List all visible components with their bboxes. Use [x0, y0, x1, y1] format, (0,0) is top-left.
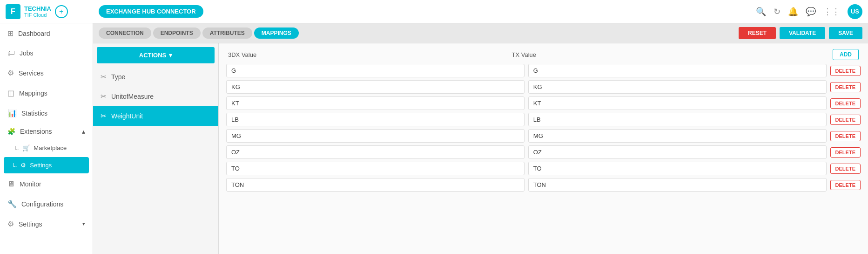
3dx-value-input[interactable]	[226, 129, 525, 143]
chat-icon[interactable]: 💬	[806, 7, 816, 17]
3dx-value-input[interactable]	[226, 145, 525, 159]
sidebar-sub-label: Marketplace	[34, 144, 67, 151]
tab-bar-left: CONNECTION ENDPOINTS ATTRIBUTES MAPPINGS	[99, 27, 299, 39]
logo-text: TECHNIA TIF Cloud	[24, 5, 51, 18]
mappings-icon: ◫	[7, 89, 14, 97]
delete-button[interactable]: DELETE	[830, 98, 861, 109]
logo-area: F TECHNIA TIF Cloud +	[6, 4, 99, 19]
nav-expand-button[interactable]: +	[55, 5, 68, 18]
mapping-rows: DELETEDELETEDELETEDELETEDELETEDELETEDELE…	[226, 64, 861, 192]
tx-value-input[interactable]	[528, 96, 827, 110]
statistics-icon: 📊	[7, 109, 17, 117]
mapping-item-type[interactable]: ✂ Type	[93, 67, 218, 87]
tx-value-input[interactable]	[528, 64, 827, 77]
sidebar-item-label: Services	[19, 69, 44, 77]
grid-icon[interactable]: ⋮⋮	[823, 7, 840, 17]
extensions-icon: 🧩	[7, 128, 15, 135]
tx-value-input[interactable]	[528, 145, 827, 159]
right-panel: 3DX Value TX Value ADD DELETEDELETEDELET…	[219, 43, 868, 254]
app-title: EXCHANGE HUB CONNECTOR	[99, 5, 203, 18]
sidebar-item-services[interactable]: ⚙ Services	[0, 63, 93, 83]
bell-icon[interactable]: 🔔	[788, 7, 798, 17]
3dx-value-input[interactable]	[226, 64, 525, 77]
sidebar-item-label: Monitor	[20, 180, 41, 188]
add-button[interactable]: ADD	[833, 49, 859, 60]
extensions-section[interactable]: 🧩 Extensions ▴	[0, 123, 93, 140]
delete-button[interactable]: DELETE	[830, 164, 861, 174]
refresh-icon[interactable]: ↻	[774, 7, 781, 17]
tx-value-input[interactable]	[528, 178, 827, 192]
extensions-chevron-icon: ▴	[82, 128, 85, 135]
marketplace-cart-icon: 🛒	[22, 144, 30, 151]
sidebar-sub-item-settings[interactable]: L. ⚙ Settings	[4, 157, 89, 173]
sidebar-item-label: Mappings	[19, 89, 47, 97]
3dx-value-input[interactable]	[226, 178, 525, 192]
tab-mappings[interactable]: MAPPINGS	[254, 27, 299, 39]
sidebar-sub-item-marketplace[interactable]: L. 🛒 Marketplace	[0, 140, 93, 156]
delete-button[interactable]: DELETE	[830, 66, 861, 76]
user-avatar[interactable]: US	[848, 4, 862, 19]
sidebar-item-configurations[interactable]: 🔧 Configurations	[0, 194, 93, 214]
3dx-value-input[interactable]	[226, 80, 525, 94]
sidebar-item-label: Statistics	[21, 110, 47, 117]
tab-connection[interactable]: CONNECTION	[99, 27, 151, 39]
reset-button[interactable]: RESET	[739, 27, 776, 39]
left-panel: ACTIONS ▾ ✂ Type ✂ UnitofMeasure ✂ Weigh…	[93, 43, 219, 254]
extensions-label: Extensions	[20, 128, 52, 135]
sidebar-item-label: Settings	[19, 220, 42, 228]
tx-value-input[interactable]	[528, 80, 827, 94]
validate-button[interactable]: VALIDATE	[780, 27, 825, 39]
delete-button[interactable]: DELETE	[830, 147, 861, 158]
table-row: DELETE	[226, 178, 861, 192]
tx-value-input[interactable]	[528, 113, 827, 126]
tx-value-input[interactable]	[528, 129, 827, 143]
actions-label: ACTIONS	[139, 52, 167, 59]
sidebar-item-label: Jobs	[20, 49, 34, 57]
unitofmeasure-icon: ✂	[101, 92, 107, 101]
sidebar-item-jobs[interactable]: 🏷 Jobs	[0, 43, 93, 63]
sidebar-item-label: Configurations	[21, 200, 63, 208]
actions-button[interactable]: ACTIONS ▾	[97, 47, 215, 63]
3dx-value-input[interactable]	[226, 113, 525, 126]
sidebar-item-statistics[interactable]: 📊 Statistics	[0, 103, 93, 123]
delete-button[interactable]: DELETE	[830, 82, 861, 92]
col-header-3dx: 3DX Value	[228, 51, 512, 58]
delete-button[interactable]: DELETE	[830, 115, 861, 125]
tab-endpoints[interactable]: ENDPOINTS	[153, 27, 201, 39]
save-button[interactable]: SAVE	[829, 27, 862, 39]
search-icon[interactable]: 🔍	[756, 7, 766, 17]
delete-button[interactable]: DELETE	[830, 131, 861, 141]
settings-level-icon: L.	[13, 163, 17, 168]
tab-attributes[interactable]: ATTRIBUTES	[202, 27, 252, 39]
tab-bar: CONNECTION ENDPOINTS ATTRIBUTES MAPPINGS…	[93, 23, 868, 43]
jobs-icon: 🏷	[7, 49, 15, 57]
sidebar-item-label: Dashboard	[18, 30, 50, 37]
mapping-item-label: Type	[111, 73, 125, 81]
main-layout: ⊞ Dashboard 🏷 Jobs ⚙ Services ◫ Mappings…	[0, 23, 868, 254]
content-area: CONNECTION ENDPOINTS ATTRIBUTES MAPPINGS…	[93, 23, 868, 254]
table-row: DELETE	[226, 145, 861, 159]
logo-sub: TIF Cloud	[24, 12, 51, 18]
sidebar-item-dashboard[interactable]: ⊞ Dashboard	[0, 23, 93, 43]
sidebar-item-monitor[interactable]: 🖥 Monitor	[0, 174, 93, 194]
mapping-header: 3DX Value TX Value ADD	[226, 49, 861, 60]
logo-brand: TECHNIA	[24, 5, 51, 12]
table-row: DELETE	[226, 96, 861, 110]
mapping-item-unitofmeasure[interactable]: ✂ UnitofMeasure	[93, 87, 218, 106]
logo-box: F	[6, 4, 20, 19]
delete-button[interactable]: DELETE	[830, 180, 861, 190]
tx-value-input[interactable]	[528, 162, 827, 175]
settings-gear-icon: ⚙	[20, 162, 26, 169]
tab-bar-right: RESET VALIDATE SAVE	[739, 27, 862, 39]
3dx-value-input[interactable]	[226, 162, 525, 175]
mapping-item-weightunit[interactable]: ✂ WeightUnit	[93, 106, 218, 126]
3dx-value-input[interactable]	[226, 96, 525, 110]
sidebar-item-settings[interactable]: ⚙ Settings ▾	[0, 214, 93, 234]
mapping-item-label: WeightUnit	[111, 112, 143, 120]
table-row: DELETE	[226, 64, 861, 77]
sidebar-item-mappings[interactable]: ◫ Mappings	[0, 83, 93, 103]
weightunit-icon: ✂	[101, 112, 107, 120]
table-row: DELETE	[226, 129, 861, 143]
table-row: DELETE	[226, 80, 861, 94]
marketplace-level-icon: L.	[15, 145, 19, 151]
